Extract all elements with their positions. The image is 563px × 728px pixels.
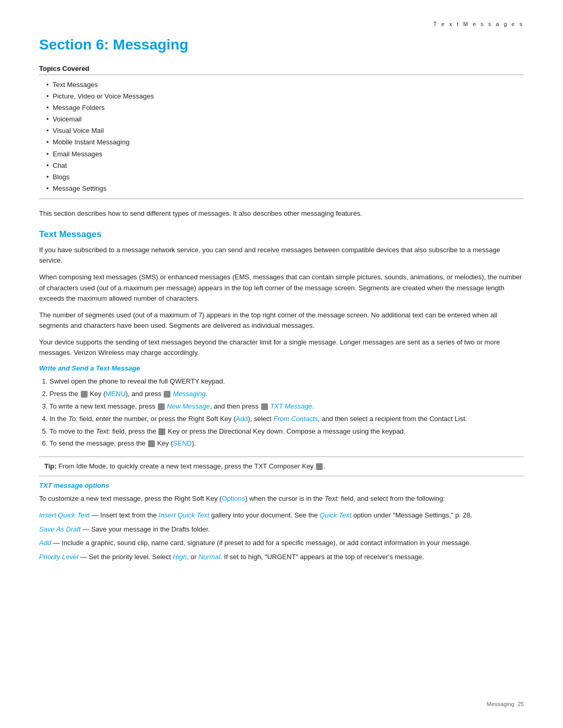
text-field-label: Text: [96,427,111,435]
list-item: Mobile Instant Messaging [46,137,524,148]
list-item: Email Messages [46,149,524,160]
send-key-icon [148,440,155,447]
list-item: Visual Voice Mail [46,125,524,137]
gallery-text: gallery into your document. See the [209,511,320,519]
step-item: In the To: field, enter the number, or p… [50,414,524,425]
option-save-as-draft: Save As Draft — Save your message in the… [39,524,524,535]
list-item: Chat [46,160,524,171]
dash1: — Insert text from the [90,511,158,519]
priority-desc3: . If set to high, "URGENT" appears at th… [221,553,424,561]
header-text: T e x t M e s s a g e s [433,21,524,27]
priority-dash: — Set the priority level. Select [78,553,173,561]
txt-options-heading: TXT message options [39,482,524,489]
messaging-key-icon [164,391,170,398]
normal-link: Normal [199,553,221,561]
quick-text-link: Quick Text [320,511,351,519]
write-send-steps: Swivel open the phone to reveal the full… [50,376,524,449]
step-item: Swivel open the phone to reveal the full… [50,376,524,387]
option-add: Add — Include a graphic, sound clip, nam… [39,538,524,549]
add-link: Add [39,539,51,547]
options-list: Insert Quick Text — Insert text from the… [39,510,524,563]
list-item: Blogs [46,171,524,183]
page-footer: Messaging 25 [487,701,524,707]
write-send-heading: Write and Send a Text Message [39,364,524,372]
text-messages-heading: Text Messages [39,229,524,240]
directional-key-icon [158,428,165,435]
footer-page: 25 [518,701,524,707]
options-label: Options [222,495,245,502]
list-item: Picture, Video or Voice Messages [46,91,524,102]
topics-list: Text Messages Picture, Video or Voice Me… [39,79,524,194]
text-messages-para4: Your device supports the sending of text… [39,337,524,358]
priority-level-link: Priority Level [39,553,78,561]
new-msg-key-icon [158,403,165,410]
messaging-link: Messaging [173,390,206,398]
save-as-draft-link: Save As Draft [39,525,81,533]
option-priority-level: Priority Level — Set the priority level.… [39,552,524,563]
list-item: Message Folders [46,102,524,114]
text-messages-para1: If you have subscribed to a message netw… [39,245,524,266]
menu-key-icon [81,391,88,398]
menu-label: MENU [106,390,126,398]
footer-label: Messaging [487,701,515,707]
list-item: Message Settings [46,183,524,194]
text-field-ref: Text: [325,495,339,502]
or-text: , or [187,553,198,561]
tip-box: Tip: From Idle Mode, to quickly create a… [39,456,524,476]
from-contacts-link: From Contacts [274,415,318,423]
intro-paragraph: This section describes how to send diffe… [39,208,524,219]
add-desc: — Include a graphic, sound clip, name ca… [51,539,471,547]
new-message-link: New Message [167,402,210,410]
step-item: To move to the Text: field, press the Ke… [50,426,524,437]
dash2: — Save your message in the Drafts folder… [81,525,210,533]
add-label: Add [236,415,248,423]
send-label: SEND [173,439,192,447]
option-insert-quick-text: Insert Quick Text — Insert text from the… [39,510,524,521]
list-item: Text Messages [46,79,524,91]
list-item: Voicemail [46,114,524,125]
section-title: Section 6: Messaging [39,36,524,53]
option-desc3: option under "Message Settings," p. 28. [351,511,472,519]
step-item: To send the message, press the Key (SEND… [50,438,524,449]
insert-quick-text-link2: Insert Quick Text [158,511,209,519]
txt-key-icon [261,403,268,410]
txt-message-link: TXT Message [270,402,312,410]
tip-label: Tip: [44,462,57,470]
topics-covered-label: Topics Covered [39,65,524,72]
insert-quick-text-link: Insert Quick Text [39,511,90,519]
topics-table: Text Messages Picture, Video or Voice Me… [39,75,524,199]
txt-options-intro: To customize a new text message, press t… [39,493,524,504]
step-item: To write a new text message, press New M… [50,401,524,412]
page-header: T e x t M e s s a g e s [39,21,524,27]
to-field-label: To: [68,415,78,423]
step-item: Press the Key (MENU), and press Messagin… [50,389,524,400]
composer-key-icon [316,463,323,470]
text-messages-para2: When composing text messages (SMS) or en… [39,272,524,303]
high-link: High [173,553,187,561]
tip-text: From Idle Mode, to quickly create a new … [58,462,315,470]
text-messages-para3: The number of segments used (out of a ma… [39,310,524,331]
